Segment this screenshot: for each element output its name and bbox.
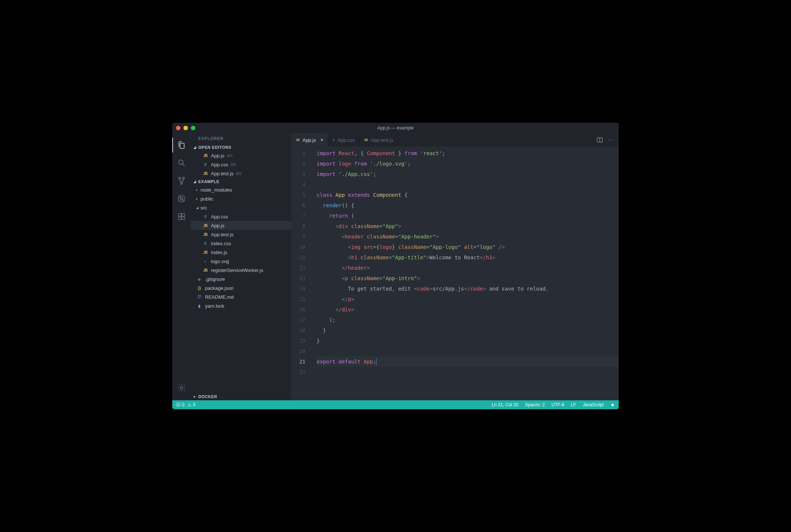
- gitignore-file-icon: ◈: [196, 277, 203, 281]
- tab-app-js[interactable]: JS App.js ×: [291, 133, 328, 147]
- code-editor[interactable]: 12345678910111213141516171819202122 impo…: [291, 147, 619, 400]
- search-icon[interactable]: [176, 158, 187, 168]
- maximize-window-button[interactable]: [191, 126, 195, 130]
- debug-icon[interactable]: [176, 193, 187, 204]
- file-name: index.js: [211, 250, 227, 255]
- file-name: App.js: [211, 223, 224, 228]
- file-item[interactable]: # App.css: [191, 212, 291, 221]
- file-dir: src: [230, 162, 236, 167]
- line-numbers: 12345678910111213141516171819202122: [291, 147, 312, 400]
- close-window-button[interactable]: [176, 126, 180, 130]
- css-file-icon: #: [202, 215, 209, 219]
- css-file-icon: #: [202, 163, 209, 167]
- sidebar-title: EXPLORER: [191, 133, 291, 144]
- vscode-window: App.js — example: [172, 123, 619, 409]
- svg-rect-9: [182, 214, 185, 216]
- file-item[interactable]: # index.css: [191, 239, 291, 248]
- warning-count: 0: [193, 402, 196, 407]
- file-item[interactable]: ◈ .gitignore: [191, 275, 291, 283]
- file-item[interactable]: ▮ yarn.lock: [191, 301, 291, 310]
- js-file-icon: JS: [202, 224, 209, 228]
- js-file-icon: JS: [202, 172, 209, 176]
- main-area: EXPLORER ◢ OPEN EDITORS JS App.js src # …: [172, 133, 619, 400]
- chevron-right-icon: ▸: [196, 188, 201, 192]
- chevron-right-icon: ▸: [193, 395, 197, 398]
- svg-point-2: [183, 177, 185, 179]
- status-eol[interactable]: LF: [571, 402, 576, 407]
- tab-app-css[interactable]: # App.css: [328, 133, 359, 147]
- status-bar: ⓧ 0 ⚠ 0 Ln 21, Col 20 Spaces: 2 UTF-8 LF…: [172, 400, 619, 409]
- editor-tabs: JS App.js × # App.css JS App.test.js ···: [291, 133, 619, 147]
- json-file-icon: {}: [196, 286, 203, 290]
- traffic-lights: [176, 126, 195, 130]
- folder-name: node_modules: [201, 187, 232, 193]
- editor-actions: ···: [597, 133, 619, 147]
- open-editors-list: JS App.js src # App.css src JS App.test.…: [191, 151, 291, 178]
- status-warnings[interactable]: ⚠ 0: [188, 402, 196, 407]
- tab-label: App.css: [337, 137, 355, 143]
- status-cursor[interactable]: Ln 21, Col 20: [492, 402, 518, 407]
- chevron-down-icon: ◢: [196, 206, 201, 209]
- lock-file-icon: ▮: [196, 304, 203, 308]
- folder-item[interactable]: ◢ src: [191, 203, 291, 212]
- open-editor-item[interactable]: JS App.test.js src: [191, 169, 291, 178]
- status-feedback-icon[interactable]: ☻: [610, 402, 615, 407]
- tab-app-test-js[interactable]: JS App.test.js: [360, 133, 398, 147]
- chevron-down-icon: ◢: [193, 180, 197, 183]
- status-spaces[interactable]: Spaces: 2: [525, 402, 545, 407]
- file-item-selected[interactable]: JS App.js: [191, 221, 291, 230]
- error-count: 0: [182, 402, 185, 407]
- file-name: App.css: [211, 214, 228, 219]
- folder-item[interactable]: ▸ public: [191, 194, 291, 203]
- svg-point-0: [179, 160, 183, 164]
- explorer-icon[interactable]: [176, 140, 187, 150]
- open-editors-header[interactable]: ◢ OPEN EDITORS: [191, 144, 291, 151]
- file-item[interactable]: JS App.test.js: [191, 230, 291, 239]
- settings-gear-icon[interactable]: [176, 382, 187, 393]
- editor-area: JS App.js × # App.css JS App.test.js ···: [291, 133, 619, 400]
- close-tab-icon[interactable]: ×: [320, 137, 323, 143]
- docker-label: DOCKER: [198, 394, 217, 399]
- activity-bar: [172, 133, 191, 400]
- svg-point-1: [179, 177, 181, 179]
- file-name: .gitignore: [205, 276, 225, 282]
- status-language[interactable]: JavaScript: [583, 402, 603, 407]
- file-name: index.css: [211, 241, 231, 246]
- image-file-icon: ▪: [202, 259, 209, 263]
- folder-item[interactable]: ▸ node_modules: [191, 185, 291, 194]
- file-item[interactable]: ▪ logo.svg: [191, 257, 291, 266]
- file-item[interactable]: {} package.json: [191, 283, 291, 292]
- docker-header[interactable]: ▸ DOCKER: [191, 393, 291, 400]
- tab-label: App.js: [302, 137, 316, 143]
- status-encoding[interactable]: UTF-8: [551, 402, 564, 407]
- file-name: App.test.js: [211, 171, 234, 176]
- svg-rect-7: [179, 217, 181, 219]
- chevron-right-icon: ▸: [196, 197, 201, 201]
- status-errors[interactable]: ⓧ 0: [176, 402, 185, 408]
- file-name: registerServiceWorker.js: [211, 267, 263, 273]
- project-header[interactable]: ◢ EXAMPLE: [191, 178, 291, 185]
- file-item[interactable]: JS registerServiceWorker.js: [191, 266, 291, 275]
- js-file-icon: JS: [296, 138, 300, 142]
- file-name: App.test.js: [211, 232, 234, 237]
- tab-label: App.test.js: [371, 137, 394, 143]
- project-label: EXAMPLE: [198, 179, 220, 184]
- source-control-icon[interactable]: [176, 176, 187, 186]
- split-editor-icon[interactable]: [597, 137, 603, 143]
- minimize-window-button[interactable]: [183, 126, 188, 130]
- extensions-icon[interactable]: [176, 211, 187, 222]
- window-title: App.js — example: [377, 125, 413, 131]
- open-editor-item[interactable]: # App.css src: [191, 160, 291, 169]
- open-editor-item[interactable]: JS App.js src: [191, 151, 291, 160]
- more-actions-icon[interactable]: ···: [608, 137, 615, 143]
- file-item[interactable]: JS index.js: [191, 248, 291, 257]
- folder-name: public: [201, 196, 213, 202]
- folder-name: src: [201, 205, 207, 211]
- css-file-icon: #: [333, 138, 334, 142]
- chevron-down-icon: ◢: [193, 145, 197, 149]
- file-item[interactable]: ⓘ README.md: [191, 292, 291, 301]
- js-file-icon: JS: [202, 250, 209, 254]
- js-file-icon: JS: [202, 154, 209, 158]
- css-file-icon: #: [202, 241, 209, 246]
- code-content[interactable]: import React, { Component } from 'react'…: [312, 147, 619, 400]
